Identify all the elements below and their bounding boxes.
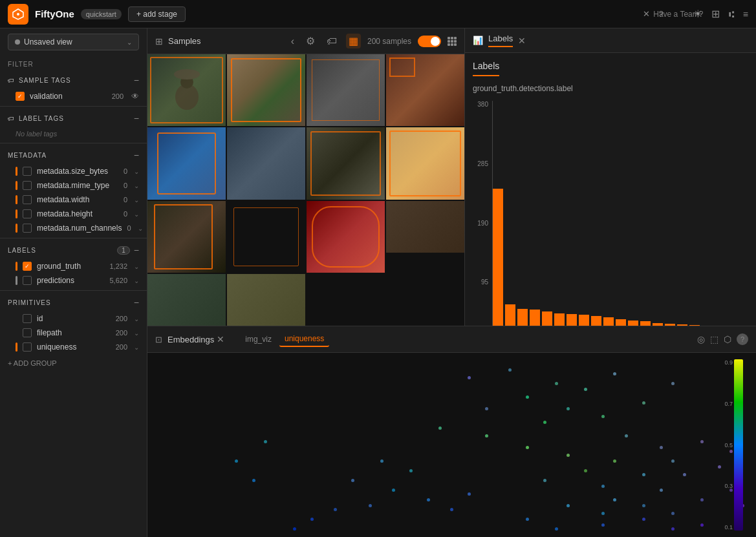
image-grid[interactable] xyxy=(147,54,464,326)
scatter-dot-17[interactable] xyxy=(584,469,587,472)
metadata-size-item[interactable]: metadata.size_bytes 0 ⌄ xyxy=(0,164,147,178)
scatter-dot-3[interactable] xyxy=(526,395,529,399)
primitives-section-header[interactable]: PRIMITIVES − xyxy=(0,293,147,311)
filepath-item[interactable]: filepath 200 ⌄ xyxy=(0,326,147,340)
bar-carrot[interactable] xyxy=(542,311,552,326)
help-emb-icon[interactable]: ? xyxy=(737,333,748,345)
menu-icon[interactable]: ≡ xyxy=(743,9,748,19)
add-group-button[interactable]: + ADD GROUP xyxy=(0,354,147,372)
sample-tags-collapse[interactable]: − xyxy=(134,75,139,85)
scatter-dot-14[interactable] xyxy=(526,446,529,449)
labels-tab[interactable]: Labels xyxy=(488,34,513,47)
bar-bench[interactable] xyxy=(653,323,663,326)
scatter-dot-53[interactable] xyxy=(334,508,337,511)
close-icon[interactable]: ✕ xyxy=(643,9,650,19)
metadata-height-item[interactable]: metadata.height 0 ⌄ xyxy=(0,207,147,221)
scatter-dot-51[interactable] xyxy=(351,479,354,482)
target-icon[interactable]: ◎ xyxy=(697,334,705,344)
labels-panel-close[interactable]: ✕ xyxy=(518,36,526,46)
embeddings-content[interactable]: 0.9 0.7 0.5 0.3 0.1 xyxy=(147,353,756,537)
width-arrow[interactable]: ⌄ xyxy=(134,196,139,204)
grid-cell-3[interactable] xyxy=(307,54,385,126)
sample-tags-section-header[interactable]: 🏷 SAMPLE TAGS − xyxy=(0,71,147,89)
predictions-item[interactable]: predictions 5,620 ⌄ xyxy=(0,273,147,288)
scatter-dot-42[interactable] xyxy=(642,518,645,521)
grid-cell-6[interactable] xyxy=(227,127,305,199)
bar-bird[interactable] xyxy=(530,310,540,326)
scatter-dot-27[interactable] xyxy=(683,473,686,476)
scatter-dot-44[interactable] xyxy=(700,523,704,527)
scatter-dot-4[interactable] xyxy=(584,388,587,391)
scatter-dot-41[interactable] xyxy=(601,523,605,527)
scatter-dot-2[interactable] xyxy=(555,382,558,385)
grid-cell-2[interactable] xyxy=(227,54,305,126)
grid-cell-11[interactable] xyxy=(307,201,385,273)
bar-umbrella[interactable] xyxy=(616,319,626,326)
scatter-dot-9[interactable] xyxy=(671,382,675,385)
grid-cell-10[interactable] xyxy=(227,201,305,273)
primitives-collapse[interactable]: − xyxy=(134,297,139,308)
bar-cow[interactable] xyxy=(665,324,675,326)
id-item[interactable]: id 200 ⌄ xyxy=(0,311,147,326)
bar-truck[interactable] xyxy=(689,325,700,326)
scatter-dot-47[interactable] xyxy=(392,489,395,492)
scatter-dot-15[interactable] xyxy=(567,454,570,457)
metadata-collapse[interactable]: − xyxy=(134,150,139,160)
scatter-dot-24[interactable] xyxy=(700,440,704,443)
scatter-dot-48[interactable] xyxy=(427,498,430,501)
tab-uniqueness[interactable]: uniqueness xyxy=(279,332,329,347)
scatter-dot-57[interactable] xyxy=(264,440,267,443)
id-checkbox[interactable] xyxy=(23,314,32,323)
grid-cell-4[interactable] xyxy=(386,54,464,126)
scatter-dot-11[interactable] xyxy=(543,421,546,424)
scatter-plot[interactable] xyxy=(147,353,756,537)
bar-surfboard[interactable] xyxy=(579,315,589,326)
bar-chair[interactable] xyxy=(640,321,651,326)
scatter-dot-22[interactable] xyxy=(660,446,663,449)
grid-cell-13[interactable] xyxy=(147,274,226,326)
scatter-dot-46[interactable] xyxy=(409,469,413,472)
mime-checkbox[interactable] xyxy=(23,181,32,190)
uniqueness-checkbox[interactable] xyxy=(23,342,32,352)
scatter-dot-52[interactable] xyxy=(369,504,372,507)
height-arrow[interactable]: ⌄ xyxy=(134,211,139,218)
predictions-arrow[interactable]: ⌄ xyxy=(134,277,139,284)
labels-collapse[interactable]: − xyxy=(134,245,139,255)
filepath-checkbox[interactable] xyxy=(23,328,32,337)
scatter-dot-32[interactable] xyxy=(642,504,645,507)
unsaved-view-selector[interactable]: Unsaved view ⌄ xyxy=(8,34,139,50)
grid-cell-5[interactable] xyxy=(147,127,226,199)
ground-truth-checkbox[interactable] xyxy=(23,262,32,271)
scatter-dot-13[interactable] xyxy=(485,434,488,437)
tab-img-viz[interactable]: img_viz xyxy=(240,332,277,346)
scatter-dot-16[interactable] xyxy=(613,459,616,463)
select-icon[interactable]: ⬚ xyxy=(710,334,718,344)
labels-section-header[interactable]: LABELS 1 − xyxy=(0,241,147,259)
scatter-dot-39[interactable] xyxy=(526,518,529,521)
height-checkbox[interactable] xyxy=(23,209,32,218)
bar-dog[interactable] xyxy=(554,313,565,326)
scatter-dot-33[interactable] xyxy=(671,512,675,515)
id-arrow[interactable]: ⌄ xyxy=(134,315,139,322)
width-checkbox[interactable] xyxy=(23,195,32,204)
scatter-dot-18[interactable] xyxy=(543,479,546,482)
samples-prev-button[interactable]: ‹ xyxy=(288,34,297,48)
bar-traffic-light[interactable] xyxy=(591,316,601,326)
scatter-dot-55[interactable] xyxy=(293,527,296,531)
toggle-switch[interactable] xyxy=(418,36,441,47)
scatter-dot-40[interactable] xyxy=(555,527,558,531)
scatter-dot-0[interactable] xyxy=(468,376,471,379)
bar-airplane[interactable] xyxy=(603,317,614,326)
uniqueness-arrow[interactable]: ⌄ xyxy=(134,344,139,351)
scatter-dot-26[interactable] xyxy=(718,465,721,469)
scatter-dot-8[interactable] xyxy=(642,401,645,405)
ground-truth-arrow[interactable]: ⌄ xyxy=(134,263,139,270)
bar-person[interactable] xyxy=(493,189,503,326)
metadata-section-header[interactable]: METADATA − xyxy=(0,146,147,164)
scatter-dot-29[interactable] xyxy=(613,498,616,501)
grid-cell-9[interactable] xyxy=(147,201,226,273)
validation-checkbox[interactable] xyxy=(16,92,25,101)
bar-car[interactable] xyxy=(517,309,528,326)
embeddings-close[interactable]: ✕ xyxy=(217,334,224,344)
view-toggle-icon[interactable] xyxy=(448,37,457,46)
